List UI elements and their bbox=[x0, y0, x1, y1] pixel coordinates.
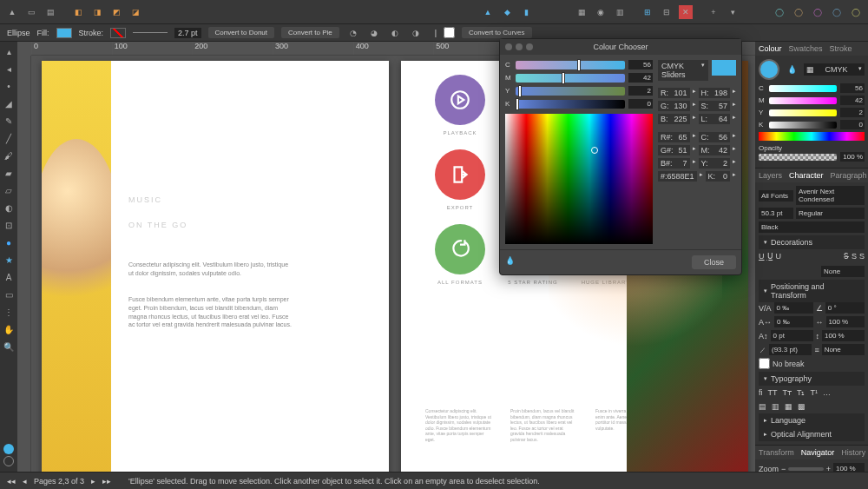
add-icon[interactable]: + bbox=[707, 5, 720, 19]
color-fg-swatch[interactable] bbox=[3, 444, 14, 454]
strike3-icon[interactable]: S bbox=[859, 252, 865, 261]
tab-character[interactable]: Character bbox=[789, 171, 824, 180]
cc-slider-y[interactable] bbox=[516, 87, 625, 96]
convert-pie-button[interactable]: Convert to Pie bbox=[281, 27, 339, 38]
color-bg-swatch[interactable] bbox=[3, 456, 14, 466]
stroke-swatch[interactable] bbox=[110, 28, 126, 38]
cc-l[interactable]: L:64 bbox=[699, 114, 731, 124]
arrange-front-icon[interactable]: ◩ bbox=[109, 5, 123, 19]
underline-icon[interactable]: U bbox=[759, 252, 765, 261]
slider-y[interactable] bbox=[769, 109, 837, 116]
tab-history[interactable]: History bbox=[841, 448, 865, 457]
zoom-window-icon[interactable] bbox=[526, 43, 533, 50]
val-m[interactable]: 42 bbox=[840, 96, 865, 105]
strike-icon[interactable]: S̶ bbox=[844, 252, 849, 261]
typo-smallcaps-icon[interactable]: Tᴛ bbox=[783, 388, 792, 397]
cc-close-button[interactable]: Close bbox=[692, 255, 736, 269]
fill-swatch[interactable] bbox=[56, 28, 72, 38]
boolean-intersect-icon[interactable]: ◯ bbox=[811, 5, 825, 19]
preset4-icon[interactable]: ◑ bbox=[409, 26, 423, 40]
cc-rf[interactable]: R#:65 bbox=[658, 132, 690, 142]
scalev-field[interactable]: 100 % bbox=[822, 330, 865, 341]
frame-text-tool-icon[interactable]: ▭ bbox=[3, 288, 15, 301]
ellipse-tool-icon[interactable]: ● bbox=[3, 236, 15, 248]
cc-gf[interactable]: G#:51 bbox=[658, 145, 690, 155]
distribute-icon[interactable]: ◉ bbox=[594, 5, 608, 19]
cc-s[interactable]: S:57 bbox=[699, 101, 731, 111]
tab-transform[interactable]: Transform bbox=[759, 448, 794, 457]
point-tool-icon[interactable]: • bbox=[3, 80, 15, 92]
convert-curves-checkbox[interactable] bbox=[444, 27, 455, 38]
colour-well[interactable] bbox=[759, 59, 779, 80]
underline3-icon[interactable]: U bbox=[776, 252, 782, 261]
font-collection[interactable]: All Fonts bbox=[759, 190, 793, 202]
cc-val-c[interactable]: 56 bbox=[628, 60, 653, 69]
tab-layers[interactable]: Layers bbox=[759, 171, 782, 180]
eyedropper-tool-icon[interactable]: ⋮ bbox=[3, 306, 15, 318]
language-header[interactable]: Language bbox=[771, 416, 806, 425]
cc-slider-k[interactable] bbox=[516, 100, 625, 109]
close-window-icon[interactable] bbox=[505, 43, 512, 50]
colour-mode-select[interactable]: CMYK bbox=[825, 65, 847, 74]
align-left-icon[interactable]: ▤ bbox=[759, 402, 766, 411]
tab-navigator[interactable]: Navigator bbox=[801, 448, 835, 457]
cc-h[interactable]: H:198 bbox=[699, 88, 731, 98]
opacity-slider[interactable] bbox=[759, 154, 837, 161]
cc-c2[interactable]: C:56 bbox=[699, 132, 731, 142]
cc-y2[interactable]: Y:2 bbox=[699, 158, 731, 169]
colour-chooser-window[interactable]: Colour Chooser C56 M42 Y2 K0 CMYK Slider… bbox=[499, 38, 742, 275]
first-page-icon[interactable]: ◂◂ bbox=[7, 477, 16, 486]
strike2-icon[interactable]: S bbox=[852, 252, 857, 261]
document-icon[interactable]: ▤ bbox=[43, 5, 57, 19]
typo-sub-icon[interactable]: T₁ bbox=[797, 388, 806, 397]
spacing-icon[interactable]: ▥ bbox=[613, 5, 627, 19]
slider-m[interactable] bbox=[769, 97, 837, 104]
zoom-tool-icon[interactable]: 🔍 bbox=[3, 340, 15, 353]
crop-icon[interactable]: ✕ bbox=[679, 5, 693, 19]
align-right-icon[interactable]: ▦ bbox=[785, 402, 792, 411]
lock-icon[interactable]: ⊟ bbox=[660, 5, 674, 19]
slider-k[interactable] bbox=[769, 122, 837, 129]
cc-swatch[interactable] bbox=[712, 60, 736, 76]
baseline-field[interactable]: 0 ‰ bbox=[774, 316, 813, 327]
last-page-icon[interactable]: ▸▸ bbox=[102, 477, 111, 486]
eyedropper-icon[interactable]: 💧 bbox=[785, 63, 799, 76]
slider-c[interactable] bbox=[769, 85, 837, 92]
deco-style[interactable]: None bbox=[821, 266, 865, 277]
boolean-add-icon[interactable]: ◯ bbox=[773, 5, 786, 19]
scaleh-field[interactable]: 100 % bbox=[826, 316, 865, 327]
preset1-icon[interactable]: ◔ bbox=[346, 26, 360, 40]
font-size[interactable]: 50.3 pt bbox=[759, 208, 793, 219]
typo-sup-icon[interactable]: T¹ bbox=[811, 388, 819, 397]
boolean-xor-icon[interactable]: ◯ bbox=[830, 5, 844, 19]
node-tool-icon[interactable]: ◂ bbox=[3, 63, 15, 75]
cc-m2[interactable]: M:42 bbox=[699, 145, 731, 155]
tab-swatches[interactable]: Swatches bbox=[789, 44, 823, 53]
prev-page-icon[interactable]: ◂ bbox=[23, 477, 27, 486]
star-tool-icon[interactable]: ★ bbox=[3, 254, 15, 266]
cc-r[interactable]: R:101 bbox=[658, 88, 690, 98]
zoom-in-icon[interactable]: + bbox=[826, 465, 831, 472]
dropdown-icon[interactable]: ▾ bbox=[726, 5, 740, 19]
pen-tool-icon[interactable]: ✎ bbox=[3, 115, 15, 127]
cc-val-y[interactable]: 2 bbox=[628, 86, 653, 96]
pencil-tool-icon[interactable]: ╱ bbox=[3, 132, 15, 144]
move-tool-icon[interactable]: ▴ bbox=[3, 45, 15, 57]
zoom-field[interactable]: 100 % bbox=[833, 463, 865, 472]
cc-eyedropper-icon[interactable]: 💧 bbox=[505, 256, 517, 268]
preset3-icon[interactable]: ◐ bbox=[388, 26, 402, 40]
transparency-tool-icon[interactable]: ◐ bbox=[3, 202, 15, 214]
align-center-icon[interactable]: ▥ bbox=[772, 402, 779, 411]
font-weight[interactable]: Regular bbox=[796, 208, 865, 219]
affinity-logo-icon[interactable]: ▲ bbox=[5, 5, 19, 19]
tab-colour[interactable]: Colour bbox=[759, 44, 782, 53]
pan-tool-icon[interactable]: ✋ bbox=[3, 323, 15, 335]
flip-h-icon[interactable]: ▲ bbox=[481, 5, 495, 19]
val-k[interactable]: 0 bbox=[840, 120, 865, 129]
page-left[interactable]: MUSICON THE GO Consectetur adipiscing el… bbox=[42, 61, 389, 472]
typo-more-icon[interactable]: … bbox=[823, 388, 831, 397]
flip-v-icon[interactable]: ◆ bbox=[500, 5, 514, 19]
leading-field[interactable]: 0 ° bbox=[825, 302, 865, 314]
shear-field[interactable]: (93.3 pt) bbox=[769, 344, 812, 355]
cc-b[interactable]: B:225 bbox=[658, 114, 690, 124]
